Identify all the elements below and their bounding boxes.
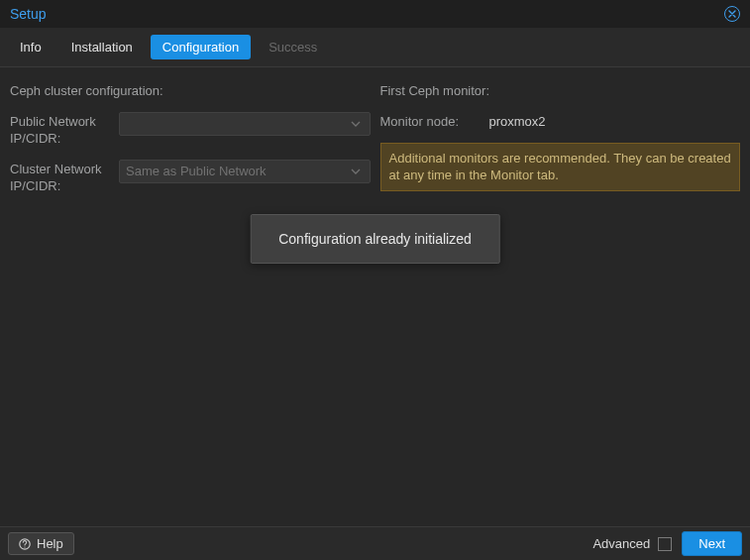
public-network-field: Public Network IP/CIDR: — [10, 112, 371, 148]
tab-info[interactable]: Info — [8, 35, 54, 59]
left-column: Ceph cluster configuration: Public Netwo… — [10, 83, 371, 516]
help-label: Help — [37, 536, 63, 551]
titlebar: Setup — [0, 0, 750, 28]
chevron-down-icon — [348, 113, 364, 135]
chevron-down-icon — [348, 161, 364, 182]
monitor-node-value: proxmox2 — [489, 112, 546, 129]
monitor-node-label: Monitor node: — [380, 112, 480, 131]
advanced-toggle: Advanced — [592, 536, 672, 551]
right-column: First Ceph monitor: Monitor node: proxmo… — [380, 83, 741, 516]
monitor-node-field: Monitor node: proxmox2 — [380, 112, 741, 131]
tab-success: Success — [257, 35, 329, 59]
cluster-network-combo[interactable]: Same as Public Network — [119, 160, 371, 183]
public-network-combo[interactable] — [119, 112, 371, 136]
next-button[interactable]: Next — [682, 531, 742, 556]
right-heading: First Ceph monitor: — [380, 83, 741, 98]
dialog-body: Ceph cluster configuration: Public Netwo… — [0, 67, 750, 526]
dialog-footer: Help Advanced Next — [0, 526, 750, 560]
svg-point-1 — [24, 546, 25, 547]
advanced-checkbox[interactable] — [658, 537, 672, 551]
monitor-warning: Additional monitors are recommended. The… — [380, 143, 741, 191]
wizard-tabs: Info Installation Configuration Success — [0, 28, 750, 67]
cluster-network-label: Cluster Network IP/CIDR: — [10, 160, 109, 195]
help-button[interactable]: Help — [8, 532, 74, 555]
dialog-title: Setup — [10, 6, 47, 22]
cluster-network-placeholder: Same as Public Network — [126, 164, 348, 178]
help-icon — [19, 538, 31, 550]
status-toast: Configuration already initialized — [250, 214, 500, 264]
tab-configuration[interactable]: Configuration — [151, 35, 251, 59]
left-heading: Ceph cluster configuration: — [10, 83, 371, 98]
public-network-label: Public Network IP/CIDR: — [10, 112, 109, 148]
tab-installation[interactable]: Installation — [59, 35, 145, 59]
cluster-network-field: Cluster Network IP/CIDR: Same as Public … — [10, 160, 371, 195]
close-icon[interactable] — [724, 6, 740, 22]
advanced-label: Advanced — [592, 536, 650, 551]
